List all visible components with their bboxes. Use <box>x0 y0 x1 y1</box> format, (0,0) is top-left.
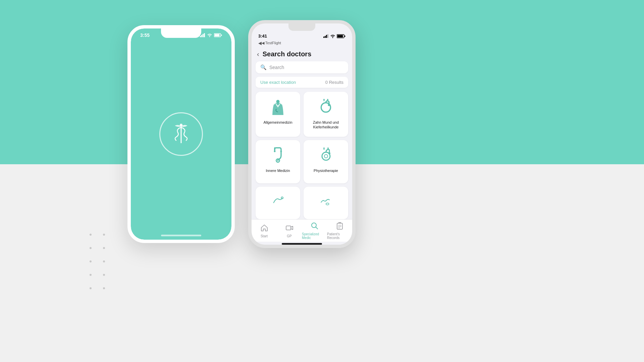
home-icon <box>261 224 268 233</box>
app-header: ‹ Search doctors <box>252 48 352 61</box>
notch-right <box>288 23 315 31</box>
status-icons-left <box>200 33 222 37</box>
nav-label-records: Patient's Records <box>327 232 352 240</box>
battery-icon-right <box>337 34 345 38</box>
svg-rect-0 <box>200 36 201 37</box>
category-grid: Allgemeinmedizin <box>252 92 352 219</box>
svg-rect-12 <box>327 34 328 38</box>
dot <box>90 287 92 289</box>
svg-point-28 <box>280 150 282 152</box>
dot <box>103 287 105 289</box>
app-content: ‹ Search doctors 🔍 Search Use exact loca… <box>252 48 352 245</box>
svg-rect-5 <box>215 34 220 37</box>
dot <box>103 234 105 236</box>
svg-rect-15 <box>344 36 345 37</box>
status-bar-right: 3:41 <box>252 31 352 40</box>
search-bar[interactable]: 🔍 Search <box>256 61 348 73</box>
time-left: 3:55 <box>140 33 150 38</box>
testflight-label: ◀ TestFlight <box>262 41 281 45</box>
dot <box>90 274 92 276</box>
battery-icon <box>214 33 222 37</box>
phone-right: 3:41 <box>248 20 356 248</box>
testflight-bar: ◀ ◀ TestFlight <box>252 40 352 48</box>
bottom-nav: Start GP <box>252 219 352 242</box>
svg-line-40 <box>316 227 318 229</box>
category-label-zahnmedizin: Zahn Mund und Kieferheilkunde <box>307 120 345 130</box>
category-inneremedizin[interactable]: Innere Medizin <box>256 140 300 183</box>
svg-point-27 <box>274 150 276 152</box>
partial-icon-2 <box>316 192 336 212</box>
home-indicator-right <box>282 243 322 245</box>
filter-bar: Use exact location 0 Results <box>256 77 348 88</box>
category-label-allgemeinmedizin: Allgemeinmedizin <box>263 120 292 125</box>
category-zahnmedizin[interactable]: Zahn Mund und Kieferheilkunde <box>304 92 348 137</box>
nav-item-gp[interactable]: GP <box>277 224 302 238</box>
phone-left-screen: 3:55 <box>131 28 231 240</box>
svg-rect-38 <box>286 226 291 230</box>
signal-icon-right <box>323 34 329 38</box>
dot <box>90 260 92 262</box>
stethoscope-circle-icon <box>316 97 336 117</box>
signal-icon <box>200 33 205 37</box>
dot-grid <box>84 228 111 295</box>
svg-point-19 <box>328 104 330 106</box>
nav-label-gp: GP <box>287 234 291 238</box>
nav-item-start[interactable]: Start <box>252 224 277 238</box>
status-bar-left: 3:55 <box>131 33 231 38</box>
svg-rect-10 <box>325 36 326 38</box>
stethoscope-icon <box>268 145 288 166</box>
svg-rect-11 <box>326 35 327 38</box>
testflight-back: ◀ <box>258 41 262 46</box>
svg-point-34 <box>323 147 325 149</box>
svg-point-22 <box>323 99 325 100</box>
svg-rect-2 <box>203 34 204 37</box>
svg-point-35 <box>327 147 329 149</box>
dot <box>103 260 105 262</box>
dot <box>103 274 105 276</box>
dot <box>90 247 92 249</box>
home-indicator-left <box>161 235 201 236</box>
phone-left: 3:55 <box>127 25 235 243</box>
dot <box>103 247 105 249</box>
wifi-icon <box>207 33 212 37</box>
clipboard-icon <box>336 222 343 231</box>
status-icons-right <box>323 34 345 38</box>
category-label-inneremedizin: Innere Medizin <box>266 168 290 173</box>
location-button[interactable]: Use exact location <box>260 80 296 85</box>
nav-item-records[interactable]: Patient's Records <box>327 222 352 240</box>
page-title: Search doctors <box>263 50 312 58</box>
medical-circle <box>159 112 203 156</box>
video-icon <box>286 224 293 233</box>
doctor-coat-icon <box>268 97 288 117</box>
category-physiotherapie[interactable]: Physiotherapie <box>304 140 348 183</box>
svg-point-23 <box>327 99 328 100</box>
physiotherapy-icon <box>316 145 336 166</box>
svg-rect-9 <box>323 37 324 38</box>
category-partial-1[interactable] <box>256 187 300 219</box>
caduceus-icon <box>169 122 193 146</box>
nav-label-start: Start <box>261 234 268 238</box>
back-button[interactable]: ‹ <box>257 50 259 58</box>
svg-point-37 <box>326 203 329 205</box>
svg-rect-6 <box>221 35 222 36</box>
svg-rect-14 <box>337 35 343 37</box>
wifi-icon-right <box>330 34 335 38</box>
category-partial-2[interactable] <box>304 187 348 219</box>
svg-point-30 <box>324 155 328 158</box>
search-input[interactable]: Search <box>269 65 284 70</box>
category-label-physiotherapie: Physiotherapie <box>314 168 338 173</box>
svg-rect-3 <box>204 33 205 37</box>
svg-point-8 <box>180 124 182 126</box>
svg-point-31 <box>328 153 330 155</box>
partial-icon-1 <box>268 192 288 212</box>
svg-point-36 <box>281 197 283 199</box>
svg-point-25 <box>277 160 279 161</box>
search-icon: 🔍 <box>260 64 267 70</box>
phone-right-screen: 3:41 <box>252 23 352 245</box>
svg-rect-41 <box>337 223 342 229</box>
search-nav-icon <box>311 222 318 231</box>
results-count: 0 Results <box>325 80 343 85</box>
category-allgemeinmedizin[interactable]: Allgemeinmedizin <box>256 92 300 137</box>
nav-item-specialized[interactable]: Specialized Medic <box>302 222 327 240</box>
dot <box>90 234 92 236</box>
